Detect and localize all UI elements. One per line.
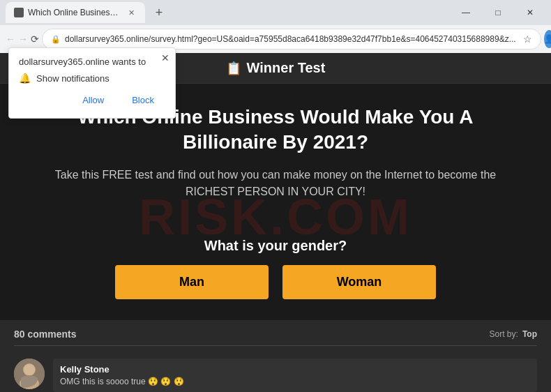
comments-count: 80 comments: [14, 329, 76, 340]
popup-close-icon[interactable]: ✕: [161, 52, 169, 63]
tab-close-icon[interactable]: ✕: [126, 7, 137, 18]
gender-question: What is your gender?: [28, 238, 523, 254]
browser-chrome: Which Online Business Would M... ✕ + — □…: [0, 0, 551, 53]
comment-body: Kelly Stone OMG this is soooo true 😲 😲 😲: [53, 359, 537, 392]
comment-item: Kelly Stone OMG this is soooo true 😲 😲 😲: [14, 353, 537, 392]
svg-point-3: [24, 364, 35, 375]
bell-icon: 🔔: [19, 73, 31, 84]
notification-popup: ✕ dollarsurvey365.online wants to 🔔 Show…: [8, 47, 176, 119]
popup-site-title: dollarsurvey365.online wants to: [19, 56, 165, 67]
profile-icon[interactable]: 👤: [544, 30, 551, 48]
comment-avatar: [14, 359, 45, 389]
url-text: dollarsurvey365.online/survey.html?geo=U…: [65, 34, 516, 44]
popup-notification-row: 🔔 Show notifications: [19, 73, 165, 84]
comment-text: OMG this is soooo true 😲 😲 😲: [60, 377, 530, 386]
tab-label: Which Online Business Would M...: [28, 8, 121, 17]
survey-header-icon: 📋: [226, 61, 241, 76]
close-button[interactable]: ✕: [515, 2, 545, 23]
man-button[interactable]: Man: [115, 265, 269, 299]
sort-value[interactable]: Top: [522, 329, 537, 339]
lock-icon: 🔒: [51, 35, 61, 44]
popup-notification-text: Show notifications: [36, 73, 110, 84]
title-bar: Which Online Business Would M... ✕ + — □…: [0, 0, 551, 25]
hero-subtitle: Take this FREE test and find out how you…: [42, 167, 509, 200]
new-tab-button[interactable]: +: [149, 3, 169, 22]
maximize-button[interactable]: □: [483, 2, 513, 23]
comment-author: Kelly Stone: [60, 364, 530, 375]
block-button[interactable]: Block: [121, 91, 165, 110]
address-bar[interactable]: 🔒 dollarsurvey365.online/survey.html?geo…: [42, 29, 541, 50]
comments-header: 80 comments Sort by: Top: [14, 329, 537, 346]
window-controls: — □ ✕: [451, 2, 545, 23]
bookmark-icon[interactable]: ☆: [523, 33, 532, 45]
sort-by: Sort by: Top: [490, 329, 537, 339]
avatar-image: [14, 359, 45, 389]
popup-buttons: Allow Block: [19, 91, 165, 110]
survey-header-title: Winner Test: [247, 60, 326, 76]
gender-section: What is your gender? Man Woman: [0, 231, 551, 313]
active-tab[interactable]: Which Online Business Would M... ✕: [6, 2, 145, 23]
minimize-button[interactable]: —: [451, 2, 481, 23]
gender-buttons: Man Woman: [28, 265, 523, 299]
comments-section: 80 comments Sort by: Top: [0, 320, 551, 392]
woman-button[interactable]: Woman: [282, 265, 436, 299]
sort-label: Sort by:: [490, 329, 518, 339]
tab-favicon: [14, 8, 24, 17]
allow-button[interactable]: Allow: [71, 91, 115, 110]
